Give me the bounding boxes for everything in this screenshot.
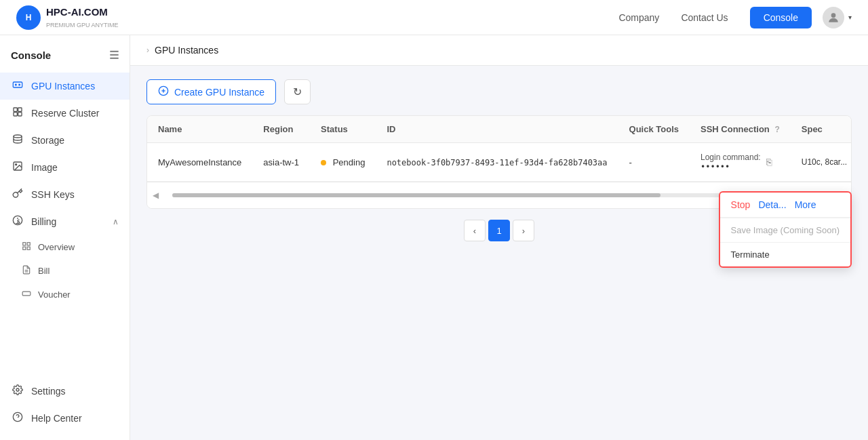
pagination-page-1-button[interactable]: 1 xyxy=(488,220,510,241)
cell-spec: U10c, 8car... xyxy=(791,143,852,182)
dropdown-detail-link[interactable]: Deta... xyxy=(758,199,786,210)
svg-rect-14 xyxy=(23,247,26,249)
ssh-password-dots: •••••• xyxy=(701,162,761,172)
logo-text-block: HPC-AI.COM PREMIUM GPU ANYTIME xyxy=(46,6,119,29)
sidebar-item-ssh-keys[interactable]: SSH Keys xyxy=(0,181,130,208)
sidebar-item-label: Billing xyxy=(31,216,56,227)
svg-rect-1 xyxy=(13,82,22,87)
table-body: MyAwesomeInstance asia-tw-1 Pending note… xyxy=(147,143,852,182)
cell-id: notebook-3f0b7937-8493-11ef-93d4-fa628b7… xyxy=(376,143,618,182)
svg-rect-13 xyxy=(27,243,30,245)
layout: Console ☰ GPU Instances Reserve Cluster … xyxy=(0,35,868,440)
sidebar-item-label: Bill xyxy=(38,266,50,276)
sidebar-item-label: Storage xyxy=(31,135,64,146)
pagination-prev-button[interactable]: ‹ xyxy=(464,220,486,241)
sidebar-item-storage[interactable]: Storage xyxy=(0,127,130,154)
logo-icon: H xyxy=(16,5,41,30)
ssh-cell: Login command: •••••• ⎘ xyxy=(701,153,780,172)
sidebar-item-overview[interactable]: Overview xyxy=(0,235,130,259)
sidebar-item-help-center[interactable]: Help Center xyxy=(0,405,130,432)
create-icon xyxy=(158,85,169,98)
dropdown-more-link[interactable]: More xyxy=(795,199,816,210)
svg-rect-6 xyxy=(14,113,17,116)
sidebar-item-label: Help Center xyxy=(31,413,82,424)
logo-text: HPC-AI.COM xyxy=(46,6,119,18)
toolbar: Create GPU Instance ↻ xyxy=(146,79,852,104)
ssh-keys-icon xyxy=(11,188,24,201)
dropdown-menu: Stop Deta... More Save Image (Coming Soo… xyxy=(719,191,852,268)
pagination-next-button[interactable]: › xyxy=(513,220,534,241)
breadcrumb: › GPU Instances xyxy=(130,35,868,66)
nav-links: Company Contact Us xyxy=(618,12,728,23)
save-image-label: Save Image (Coming Soon) xyxy=(731,225,840,235)
svg-rect-2 xyxy=(15,84,17,86)
sidebar-item-label: SSH Keys xyxy=(31,189,75,200)
next-icon: › xyxy=(522,226,525,236)
ssh-login-text: Login command: xyxy=(701,153,761,162)
console-button[interactable]: Console xyxy=(750,7,812,28)
scroll-left-icon[interactable]: ◀ xyxy=(147,188,164,203)
sidebar-item-settings[interactable]: Settings xyxy=(0,378,130,405)
sidebar-item-image[interactable]: Image xyxy=(0,154,130,181)
terminate-label: Terminate xyxy=(731,249,770,260)
ssh-help-icon[interactable]: ? xyxy=(774,125,779,134)
svg-rect-3 xyxy=(18,84,20,86)
sidebar-toggle-icon[interactable]: ☰ xyxy=(109,49,119,62)
svg-rect-7 xyxy=(18,113,22,116)
cell-ssh: Login command: •••••• ⎘ xyxy=(690,143,791,182)
reserve-cluster-icon xyxy=(11,106,24,120)
create-gpu-instance-button[interactable]: Create GPU Instance xyxy=(146,79,276,104)
col-id: ID xyxy=(376,116,618,143)
cell-name: MyAwesomeInstance xyxy=(147,143,252,182)
dropdown-overlay: Stop Deta... More Save Image (Coming Soo… xyxy=(719,191,852,268)
help-center-icon xyxy=(11,412,24,425)
sidebar-item-reserve-cluster[interactable]: Reserve Cluster xyxy=(0,100,130,127)
user-area[interactable]: ▾ xyxy=(823,7,852,28)
col-status: Status xyxy=(310,116,376,143)
content-area: Create GPU Instance ↻ Name Region Status… xyxy=(130,66,868,440)
overview-icon xyxy=(22,241,31,253)
scroll-thumb[interactable] xyxy=(172,193,660,197)
sidebar-title: Console xyxy=(11,49,51,61)
dropdown-terminate-item[interactable]: Terminate xyxy=(720,243,850,266)
col-region: Region xyxy=(252,116,310,143)
spec-label: U10c, 8car... xyxy=(802,157,847,167)
dropdown-stop-link[interactable]: Stop xyxy=(731,199,751,210)
copy-icon[interactable]: ⎘ xyxy=(766,157,772,167)
svg-rect-5 xyxy=(18,108,22,111)
main-content: › GPU Instances Create GPU Instance ↻ xyxy=(130,35,868,440)
sidebar-item-bill[interactable]: Bill xyxy=(0,259,130,283)
svg-rect-12 xyxy=(23,243,26,245)
refresh-button[interactable]: ↻ xyxy=(284,79,311,104)
cell-quick-tools: - xyxy=(618,143,690,182)
svg-rect-4 xyxy=(14,108,17,111)
bill-icon xyxy=(22,265,31,277)
cell-status: Pending xyxy=(310,143,376,182)
prev-icon: ‹ xyxy=(473,226,476,236)
col-name: Name xyxy=(147,116,252,143)
logo-sub: PREMIUM GPU ANYTIME xyxy=(46,22,119,28)
sidebar-item-label: GPU Instances xyxy=(31,81,95,92)
col-quick-tools: Quick Tools xyxy=(618,116,690,143)
svg-rect-15 xyxy=(27,247,30,249)
logo-area: H HPC-AI.COM PREMIUM GPU ANYTIME xyxy=(16,5,119,30)
billing-icon xyxy=(11,215,24,228)
status-dot-icon xyxy=(321,160,326,165)
svg-point-0 xyxy=(831,13,836,18)
sidebar-item-billing[interactable]: Billing ∧ xyxy=(0,208,130,235)
dropdown-save-image-item: Save Image (Coming Soon) xyxy=(720,218,850,242)
nav-contact-us[interactable]: Contact Us xyxy=(681,12,728,23)
topnav: H HPC-AI.COM PREMIUM GPU ANYTIME Company… xyxy=(0,0,868,35)
sidebar-item-label: Overview xyxy=(38,242,75,252)
table-header: Name Region Status ID Quick Tools SSH Co… xyxy=(147,116,852,143)
user-avatar xyxy=(823,7,844,28)
instances-table: Name Region Status ID Quick Tools SSH Co… xyxy=(147,116,852,182)
create-btn-label: Create GPU Instance xyxy=(174,87,264,98)
ssh-login-label: Login command: •••••• xyxy=(701,153,761,172)
refresh-icon: ↻ xyxy=(293,86,302,98)
sidebar-item-gpu-instances[interactable]: GPU Instances xyxy=(0,73,130,100)
sidebar-item-voucher[interactable]: Voucher xyxy=(0,283,130,306)
nav-company[interactable]: Company xyxy=(618,12,659,23)
image-icon xyxy=(11,161,24,174)
svg-rect-18 xyxy=(22,292,31,296)
